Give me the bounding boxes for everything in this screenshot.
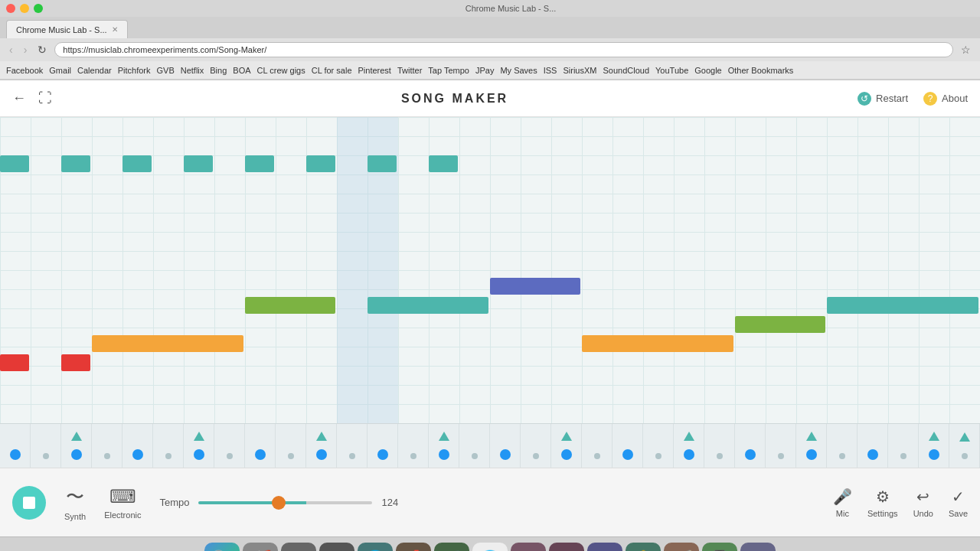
- stop-button[interactable]: [12, 486, 46, 520]
- dock-finder[interactable]: 🔍: [204, 543, 240, 552]
- fullscreen-button[interactable]: ⛶: [38, 90, 52, 106]
- dock-app13[interactable]: 🎸: [664, 543, 699, 552]
- back-to-experiments-button[interactable]: ←: [12, 90, 26, 106]
- undo-button[interactable]: ↩ Undo: [913, 487, 933, 518]
- rhythm-cell[interactable]: [0, 424, 31, 468]
- dock-app9[interactable]: 🎮: [511, 543, 546, 552]
- electronic-button[interactable]: ⌨ Electronic: [104, 486, 141, 520]
- mic-button[interactable]: 🎤 Mic: [833, 487, 852, 518]
- synth-button[interactable]: 〜 Synth: [64, 484, 86, 521]
- rhythm-cell[interactable]: [949, 424, 980, 468]
- rhythm-cell[interactable]: [490, 424, 521, 468]
- dock-app5[interactable]: 🌐: [358, 543, 393, 552]
- note-block[interactable]: [582, 335, 733, 352]
- dock-app6[interactable]: 📬: [396, 543, 431, 552]
- bookmark-button[interactable]: ☆: [958, 42, 974, 57]
- note-block[interactable]: [92, 335, 243, 352]
- note-block[interactable]: [735, 316, 825, 333]
- rhythm-cell[interactable]: [919, 424, 949, 468]
- rhythm-cell[interactable]: [888, 424, 919, 468]
- note-block[interactable]: [0, 354, 29, 371]
- bm-my-saves[interactable]: My Saves: [500, 66, 537, 75]
- rhythm-cell[interactable]: [337, 424, 368, 468]
- bm-gmail[interactable]: Gmail: [49, 66, 71, 75]
- bm-gvb[interactable]: GVB: [156, 66, 174, 75]
- note-block[interactable]: [61, 155, 90, 172]
- bm-facebook[interactable]: Facebook: [6, 66, 43, 75]
- maximize-window-button[interactable]: [34, 4, 43, 13]
- settings-button[interactable]: ⚙ Settings: [867, 487, 898, 518]
- note-block[interactable]: [827, 297, 978, 314]
- forward-button[interactable]: ›: [21, 42, 31, 57]
- rhythm-grid[interactable]: [0, 424, 980, 468]
- rhythm-cell[interactable]: [827, 424, 858, 468]
- rhythm-cell[interactable]: [612, 424, 643, 468]
- rhythm-cell[interactable]: [674, 424, 704, 468]
- rhythm-cell[interactable]: [122, 424, 153, 468]
- refresh-button[interactable]: ↻: [34, 42, 50, 57]
- note-block[interactable]: [61, 354, 90, 371]
- tab-close-button[interactable]: ✕: [112, 25, 118, 34]
- note-block[interactable]: [184, 155, 213, 172]
- rhythm-cell[interactable]: [643, 424, 674, 468]
- dock-app10[interactable]: 📷: [549, 543, 584, 552]
- close-window-button[interactable]: [6, 4, 15, 13]
- rhythm-cell[interactable]: [245, 424, 276, 468]
- note-block[interactable]: [306, 155, 335, 172]
- note-block[interactable]: [245, 297, 335, 314]
- rhythm-cell[interactable]: [92, 424, 122, 468]
- dock-app4[interactable]: 🦊: [319, 543, 354, 552]
- rhythm-cell[interactable]: [398, 424, 429, 468]
- note-block[interactable]: [0, 155, 29, 172]
- bm-jpay[interactable]: JPay: [475, 66, 494, 75]
- dock-app7[interactable]: 🎵: [434, 543, 469, 552]
- bm-youtube[interactable]: YouTube: [655, 66, 688, 75]
- bm-boa[interactable]: BOA: [233, 66, 250, 75]
- rhythm-cell[interactable]: [276, 424, 306, 468]
- minimize-window-button[interactable]: [20, 4, 29, 13]
- save-button[interactable]: ✓ Save: [949, 487, 968, 518]
- rhythm-cell[interactable]: [551, 424, 582, 468]
- note-block[interactable]: [368, 155, 397, 172]
- back-button[interactable]: ‹: [6, 42, 16, 57]
- bm-twitter[interactable]: Twitter: [397, 66, 422, 75]
- rhythm-cell[interactable]: [735, 424, 766, 468]
- bm-soundcloud[interactable]: SoundCloud: [603, 66, 649, 75]
- note-block[interactable]: [429, 155, 458, 172]
- bm-bing[interactable]: Bing: [210, 66, 227, 75]
- rhythm-cell[interactable]: [459, 424, 490, 468]
- rhythm-row[interactable]: [0, 423, 980, 468]
- bm-pitchfork[interactable]: Pitchfork: [118, 66, 151, 75]
- rhythm-cell[interactable]: [184, 424, 214, 468]
- bm-netflix[interactable]: Netflix: [181, 66, 204, 75]
- bm-google[interactable]: Google: [694, 66, 721, 75]
- url-bar[interactable]: https://musiclab.chromeexperiments.com/S…: [54, 42, 953, 57]
- dock-app12[interactable]: 🔔: [626, 543, 661, 552]
- rhythm-cell[interactable]: [582, 424, 612, 468]
- bm-pinterest[interactable]: Pinterest: [358, 66, 391, 75]
- dock-chrome[interactable]: 🌐: [472, 543, 508, 552]
- bm-tap-tempo[interactable]: Tap Tempo: [428, 66, 469, 75]
- active-tab[interactable]: Chrome Music Lab - S... ✕: [6, 20, 128, 38]
- bm-other[interactable]: Other Bookmarks: [728, 66, 794, 75]
- dock-launchpad[interactable]: 🚀: [243, 543, 278, 552]
- bm-siriusxm[interactable]: SiriusXM: [563, 66, 596, 75]
- bm-iss[interactable]: ISS: [544, 66, 557, 75]
- about-button[interactable]: ? About: [923, 92, 968, 106]
- note-block[interactable]: [122, 155, 152, 172]
- rhythm-cell[interactable]: [214, 424, 245, 468]
- note-block[interactable]: [490, 278, 580, 295]
- dock-app14[interactable]: 📱: [702, 543, 737, 552]
- rhythm-cell[interactable]: [306, 424, 337, 468]
- rhythm-cell[interactable]: [61, 424, 92, 468]
- dock-app3[interactable]: 📁: [281, 543, 316, 552]
- rhythm-cell[interactable]: [704, 424, 735, 468]
- rhythm-cell[interactable]: [521, 424, 551, 468]
- dock-app11[interactable]: 💼: [587, 543, 622, 552]
- rhythm-cell[interactable]: [858, 424, 888, 468]
- bm-cl-for-sale[interactable]: CL for sale: [312, 66, 352, 75]
- rhythm-cell[interactable]: [368, 424, 398, 468]
- rhythm-cell[interactable]: [766, 424, 796, 468]
- rhythm-cell[interactable]: [31, 424, 61, 468]
- note-block[interactable]: [245, 155, 274, 172]
